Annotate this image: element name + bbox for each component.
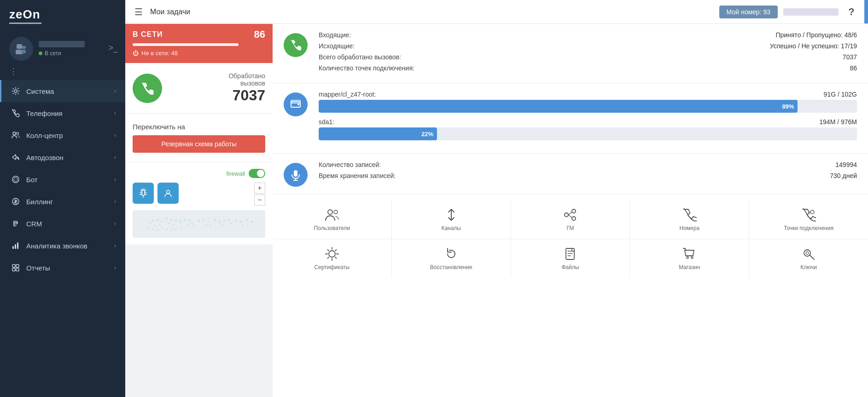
svg-rect-0 [17, 44, 22, 49]
svg-point-69 [565, 213, 568, 217]
disk1-header: mapper/cl_z47-root: 91G / 102G [319, 91, 857, 98]
disk1-value: 91G / 102G [824, 91, 857, 98]
icon-cell-store[interactable]: Магазин [630, 239, 749, 278]
svg-point-48 [235, 220, 237, 222]
disk2-header: sda1: 194M / 976M [319, 118, 857, 126]
billing-icon [11, 196, 21, 207]
header-right: Мой номер: 93 ? [719, 5, 859, 19]
svg-point-75 [687, 257, 688, 259]
chart-icon [11, 241, 21, 251]
icon-cell-certs[interactable]: Сертификаты [273, 239, 392, 278]
svg-point-45 [223, 220, 225, 222]
sidebar-item-analytics[interactable]: Аналитика звонков › [0, 235, 125, 257]
icon-cell-channels[interactable]: Каналы [392, 200, 511, 239]
sidebar-item-koll-center[interactable]: Колл-центр › [0, 124, 125, 146]
disk-info: mapper/cl_z47-root: 91G / 102G 89% sda1:… [319, 91, 857, 146]
header: ☰ Мои задачи Мой номер: 93 ? [125, 0, 868, 24]
map-placeholder [133, 210, 265, 238]
sidebar-item-avtozvon[interactable]: Автодозвон › [0, 146, 125, 168]
calls-number: 7037 [169, 87, 265, 104]
svg-point-44 [221, 224, 223, 225]
sidebar-item-label-koll: Колл-центр [26, 132, 114, 139]
phone-icon [11, 108, 21, 118]
logo-text: zeOn [9, 7, 41, 22]
help-button[interactable]: ? [844, 5, 859, 19]
status-dot [39, 52, 42, 55]
header-edge-accent [864, 0, 868, 23]
disk2-progress-wrap: 22% [319, 127, 857, 140]
svg-point-71 [572, 217, 576, 220]
chevron-right-icon-1: › [114, 110, 116, 116]
switch-label: Переключить на [133, 123, 265, 131]
sidebar-item-label-crm: CRM [26, 220, 114, 228]
ruble-icon [11, 219, 21, 229]
sidebar-item-sistema[interactable]: Система › [0, 80, 125, 102]
sidebar-item-label-bot: Бот [26, 176, 114, 184]
files-grid-label: Файлы [561, 264, 579, 270]
certs-grid-label: Сертификаты [315, 264, 350, 270]
grid-icon [11, 263, 21, 273]
firewall-card: firewall [125, 162, 273, 244]
gm-grid-icon [563, 207, 577, 222]
svg-point-41 [210, 224, 211, 226]
my-number-button[interactable]: Мой номер: 93 [719, 6, 778, 18]
total-value: 7037 [843, 53, 857, 61]
calls-card: Обработановызовов 7037 [125, 63, 273, 114]
menu-button[interactable]: ☰ [134, 6, 143, 17]
total-label: Всего обработано вызовов: [319, 53, 401, 61]
zoom-in-button[interactable]: + [254, 183, 265, 194]
terminal-button[interactable]: >_ [108, 43, 118, 53]
sidebar-item-label-analytics: Аналитика звонков [26, 242, 114, 250]
svg-rect-15 [12, 268, 15, 271]
sidebar-item-label-avtozvon: Автодозвон [26, 154, 114, 161]
stat-row-total: Всего обработано вызовов: 7037 [319, 53, 857, 61]
icon-cell-numbers[interactable]: Номера [630, 200, 749, 239]
svg-point-20 [152, 220, 154, 222]
rec-count-label: Количество записей: [319, 161, 381, 168]
icon-cell-keys[interactable]: Ключи [749, 239, 868, 278]
chevron-right-icon-7: › [114, 242, 116, 249]
backup-scheme-button[interactable]: Резервная схема работы [133, 135, 265, 153]
connections-label: Количество точек подключения: [319, 64, 414, 72]
icon-cell-restore[interactable]: Восстановление [392, 239, 511, 278]
bug-filter-button[interactable] [133, 183, 154, 204]
icon-cell-users[interactable]: Пользователи [273, 200, 392, 239]
sidebar-item-telefonia[interactable]: Телефония › [0, 102, 125, 124]
icon-cell-connections[interactable]: Точки подключения [749, 200, 868, 239]
firewall-toggle[interactable] [249, 169, 265, 178]
icon-cell-files[interactable]: Файлы [511, 239, 630, 278]
svg-point-51 [246, 219, 248, 221]
icon-cell-gm[interactable]: ГМ [511, 200, 630, 239]
offline-label: ⏻ Не в сети: 48 [133, 50, 265, 57]
sidebar-item-bot[interactable]: Бот › [0, 168, 125, 190]
firewall-buttons: + − [133, 183, 265, 206]
svg-point-53 [148, 227, 149, 228]
svg-point-43 [219, 221, 221, 223]
svg-point-39 [208, 221, 209, 222]
svg-point-34 [187, 224, 188, 225]
svg-point-54 [152, 228, 154, 230]
stats-list: Входящие: Принято / Пропущено: 48/6 Исхо… [319, 31, 857, 75]
svg-point-67 [328, 210, 332, 214]
stat-row-outgoing: Исходящие: Успешно / Не успешно: 17/19 [319, 42, 857, 50]
right-panel: Входящие: Принято / Пропущено: 48/6 Исхо… [273, 24, 868, 397]
svg-point-35 [192, 222, 193, 224]
numbers-grid-label: Номера [679, 225, 699, 231]
svg-point-17 [142, 189, 143, 190]
rec-info: Количество записей: 149994 Время хранени… [319, 161, 857, 187]
zoom-out-button[interactable]: − [254, 195, 265, 206]
svg-point-63 [297, 104, 299, 105]
rec-count-value: 149994 [835, 161, 857, 168]
online-card: В СЕТИ 86 ⏻ Не в сети: 48 [125, 24, 273, 63]
online-label: В СЕТИ [133, 30, 163, 39]
certs-grid-icon [325, 247, 339, 261]
user-filter-button[interactable] [157, 183, 179, 204]
rec-count-row: Количество записей: 149994 [319, 161, 857, 168]
sidebar-item-reports[interactable]: Отчеты › [0, 257, 125, 279]
sidebar-item-billing[interactable]: Биллинг › [0, 190, 125, 213]
disk2-label: sda1: [319, 118, 334, 126]
bot-icon [11, 174, 21, 184]
sidebar-item-crm[interactable]: CRM › [0, 213, 125, 235]
chevron-right-icon-6: › [114, 220, 116, 227]
svg-point-37 [198, 220, 200, 222]
